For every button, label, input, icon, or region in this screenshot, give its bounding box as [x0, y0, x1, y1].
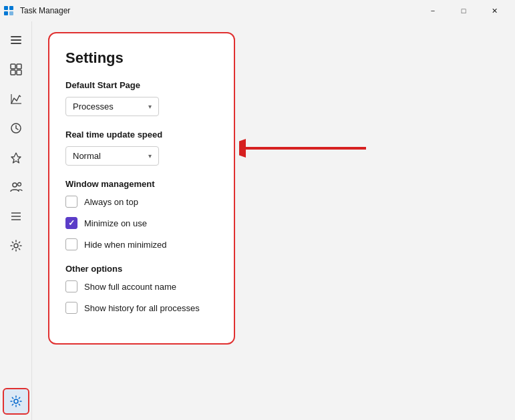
annotation-arrow — [239, 128, 373, 170]
settings-section-other-options: Other options Show full account name Sho… — [65, 264, 218, 314]
svg-point-10 — [17, 183, 21, 186]
checkbox-show-full-account-name[interactable]: Show full account name — [65, 280, 218, 292]
svg-rect-3 — [9, 11, 13, 15]
app-icon — [3, 5, 15, 17]
svg-rect-0 — [4, 6, 8, 10]
hide-when-minimized-checkbox[interactable] — [65, 238, 77, 250]
update-speed-label: Real time update speed — [65, 130, 218, 140]
minimize-on-use-label: Minimize on use — [84, 218, 147, 228]
default-start-page-label: Default Start Page — [65, 80, 218, 90]
always-on-top-label: Always on top — [84, 197, 138, 207]
checkbox-always-on-top[interactable]: Always on top — [65, 196, 218, 208]
minimize-on-use-checkbox[interactable] — [65, 217, 77, 229]
update-speed-value: Normal — [73, 151, 101, 161]
sidebar-item-settings[interactable] — [3, 388, 29, 415]
svg-rect-1 — [9, 6, 13, 10]
minimize-button[interactable]: − — [417, 0, 448, 21]
title-bar-controls: − □ ✕ — [417, 0, 510, 21]
svg-rect-7 — [17, 70, 21, 75]
sidebar — [0, 21, 32, 420]
default-start-page-value: Processes — [73, 101, 114, 112]
other-options-label: Other options — [65, 264, 218, 274]
history-icon — [9, 122, 23, 135]
svg-rect-4 — [11, 64, 15, 69]
sidebar-item-details[interactable] — [3, 203, 29, 230]
default-start-page-dropdown[interactable]: Processes ▾ — [65, 97, 159, 116]
svg-point-9 — [13, 183, 17, 187]
window-management-label: Window management — [65, 179, 218, 189]
title-bar: Task Manager − □ ✕ — [0, 0, 515, 21]
show-history-checkbox[interactable] — [65, 302, 77, 314]
checkbox-minimize-on-use[interactable]: Minimize on use — [65, 217, 218, 229]
close-button[interactable]: ✕ — [479, 0, 510, 21]
sidebar-item-users[interactable] — [3, 174, 29, 200]
settings-title: Settings — [65, 49, 218, 67]
sidebar-item-history[interactable] — [3, 115, 29, 142]
processes-icon — [9, 63, 23, 76]
main-layout: Settings Default Start Page Processes ▾ … — [0, 21, 515, 420]
svg-point-15 — [14, 399, 18, 403]
settings-icon — [9, 395, 23, 408]
chevron-down-icon-2: ▾ — [148, 152, 152, 160]
svg-point-14 — [14, 244, 18, 248]
settings-section-window-management: Window management Always on top Minimize… — [65, 179, 218, 250]
settings-section-default-start-page: Default Start Page Processes ▾ — [65, 80, 218, 116]
users-icon — [9, 180, 23, 194]
svg-rect-2 — [4, 11, 8, 15]
show-full-account-name-label: Show full account name — [84, 282, 176, 292]
title-bar-left: Task Manager — [3, 5, 70, 17]
hide-when-minimized-label: Hide when minimized — [84, 240, 167, 250]
sidebar-item-menu[interactable] — [3, 27, 29, 53]
show-history-label: Show history for all processes — [84, 303, 200, 313]
update-speed-dropdown[interactable]: Normal ▾ — [65, 146, 159, 166]
menu-icon — [11, 36, 21, 44]
always-on-top-checkbox[interactable] — [65, 196, 77, 208]
settings-section-update-speed: Real time update speed Normal ▾ — [65, 130, 218, 166]
sidebar-item-startup[interactable] — [3, 144, 29, 171]
services-icon — [9, 239, 23, 252]
checkbox-show-history-for-all-processes[interactable]: Show history for all processes — [65, 302, 218, 314]
startup-icon — [9, 151, 23, 164]
maximize-button[interactable]: □ — [448, 0, 479, 21]
sidebar-item-performance[interactable] — [3, 85, 29, 112]
window-title: Task Manager — [20, 6, 70, 15]
checkbox-hide-when-minimized[interactable]: Hide when minimized — [65, 238, 218, 250]
sidebar-item-processes[interactable] — [3, 56, 29, 83]
content-area: Settings Default Start Page Processes ▾ … — [32, 21, 515, 420]
chevron-down-icon: ▾ — [148, 103, 152, 110]
show-full-account-name-checkbox[interactable] — [65, 280, 77, 292]
sidebar-item-services[interactable] — [3, 232, 29, 259]
settings-panel: Settings Default Start Page Processes ▾ … — [48, 32, 235, 345]
svg-rect-5 — [17, 64, 21, 69]
performance-icon — [9, 92, 23, 106]
svg-rect-6 — [11, 70, 15, 75]
details-icon — [9, 210, 23, 223]
